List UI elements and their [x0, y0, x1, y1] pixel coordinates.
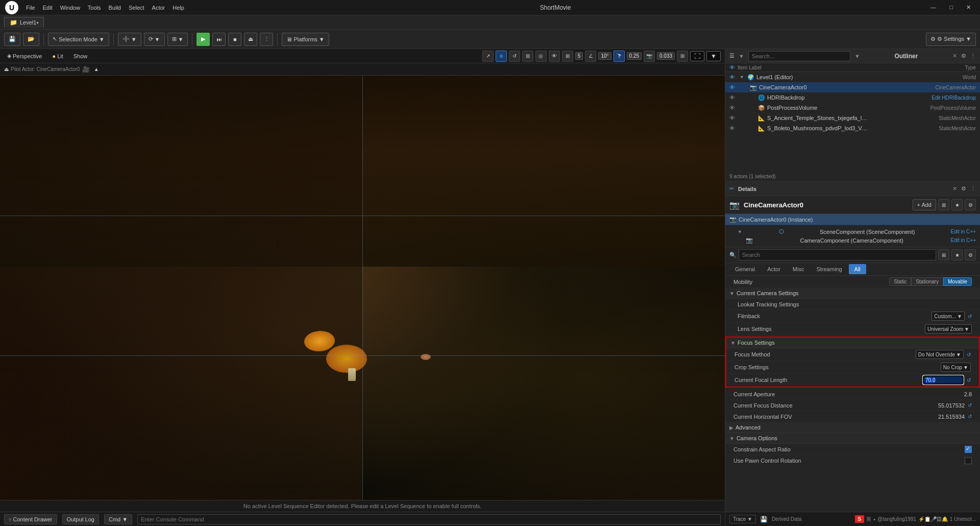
details-settings-icon[interactable]: ⚙	[961, 185, 966, 192]
stationary-button[interactable]: Stationary	[911, 277, 943, 286]
vp-icon-scale[interactable]: ⊞	[522, 51, 533, 62]
static-button[interactable]: Static	[889, 277, 911, 286]
eye-toggle-camera[interactable]: 👁	[729, 84, 738, 90]
outliner-item-hdri[interactable]: 👁 🌐 HDRIBackdrop Edit HDRIBackdrop	[725, 92, 980, 103]
details-star-icon[interactable]: ★	[951, 249, 963, 260]
transform-button[interactable]: ⟳ ▼	[144, 33, 165, 46]
eject-button[interactable]: ⏏	[244, 33, 257, 46]
level-tab[interactable]: 📁 Level1•	[4, 17, 44, 28]
add-button[interactable]: ➕ ▼	[118, 33, 141, 46]
movable-button[interactable]: Movable	[943, 277, 972, 286]
maximize-button[interactable]: □	[945, 3, 957, 12]
options-button[interactable]: ⋮	[260, 33, 273, 46]
lit-button[interactable]: ● Lit	[49, 52, 66, 60]
details-search-input[interactable]	[739, 249, 936, 260]
outliner-item-temple[interactable]: 👁 📐 S_Ancient_Temple_Stones_txjegefa_lod…	[725, 113, 980, 123]
advanced-section[interactable]: ▶ Advanced	[725, 422, 980, 433]
vp-icon-snap-blue[interactable]: ⊕	[496, 51, 507, 62]
tab-actor[interactable]: Actor	[762, 264, 786, 274]
vp-icon-grid[interactable]: ⊞	[562, 51, 573, 62]
menu-select[interactable]: Select	[129, 5, 144, 11]
console-input[interactable]	[137, 514, 721, 524]
constrain-checkbox[interactable]	[965, 446, 972, 453]
camera-component-item[interactable]: 📷 CameraComponent (CameraComponent) Edit…	[742, 236, 980, 245]
filmback-reset[interactable]: ↺	[968, 314, 972, 319]
outliner-item-mushroom[interactable]: 👁 📐 S_Boleto_Mushrooms_pdvdP_lod3_Ver1 S…	[725, 123, 980, 133]
outliner-item-camera[interactable]: 👁 📷 CineCameraActor0 CineCameraActor	[725, 82, 980, 92]
eye-toggle[interactable]: 👁	[729, 74, 738, 80]
eye-toggle-mushroom[interactable]: 👁	[729, 125, 738, 131]
tab-streaming[interactable]: Streaming	[811, 264, 847, 274]
scene-component-item[interactable]: ▼ ⬡ SceneComponent (SceneComponent) Edit…	[733, 227, 980, 236]
focus-distance-reset[interactable]: ↺	[968, 402, 972, 408]
vp-maximize-icon[interactable]: ⛶	[690, 51, 704, 61]
outliner-more-icon[interactable]: ⋮	[970, 53, 976, 59]
vp-icon-camera[interactable]: 📷	[644, 51, 655, 62]
minimize-button[interactable]: —	[926, 3, 940, 12]
vp-settings-arrow[interactable]: ▼	[706, 51, 721, 61]
stop-button[interactable]: ■	[228, 33, 241, 46]
vp-icon-rotate[interactable]: ↺	[509, 51, 520, 62]
menu-window[interactable]: Window	[60, 5, 80, 11]
content-drawer-button[interactable]: ↑ Content Drawer	[4, 514, 57, 524]
instance-bar[interactable]: 📷 CineCameraActor0 (Instance)	[725, 214, 980, 225]
tab-all[interactable]: All	[849, 264, 866, 274]
tab-general[interactable]: General	[729, 264, 761, 274]
outliner-item-ppv[interactable]: 👁 📦 PostProcessVolume PostProcessVolume	[725, 103, 980, 113]
trace-button[interactable]: Trace ▼	[729, 515, 756, 523]
details-layout-icon[interactable]: ⊞	[938, 249, 949, 260]
outliner-settings-icon[interactable]: ⚙	[961, 53, 966, 59]
details-more-icon[interactable]: ⋮	[970, 185, 976, 192]
focus-method-reset[interactable]: ↺	[967, 352, 971, 357]
vp-icon-angle[interactable]: ∠	[585, 51, 596, 62]
filmback-dropdown[interactable]: Custom... ▼	[932, 312, 965, 321]
menu-tools[interactable]: Tools	[88, 5, 101, 11]
pawn-control-checkbox[interactable]	[965, 457, 972, 464]
content-browser-button[interactable]: 📂	[23, 33, 39, 46]
actor-details-icon3[interactable]: ⚙	[965, 199, 976, 210]
eject-pilot-icon[interactable]: ⏏	[4, 66, 9, 72]
hfov-reset[interactable]: ↺	[968, 414, 972, 419]
outliner-search-input[interactable]	[748, 51, 850, 61]
focus-method-dropdown[interactable]: Do Not Override ▼	[916, 350, 964, 359]
skip-button[interactable]: ⏭	[212, 33, 226, 46]
output-log-button[interactable]: Output Log	[62, 514, 99, 524]
camera-up-icon[interactable]: ▲	[94, 66, 99, 72]
add-component-button[interactable]: + Add	[913, 199, 936, 210]
scene-component-link[interactable]: Edit in C++	[950, 229, 975, 234]
settings-button[interactable]: ⚙ ⚙ Settings ▼	[926, 33, 976, 46]
focal-length-reset[interactable]: ↺	[967, 377, 971, 383]
viewport-canvas[interactable]	[0, 76, 725, 500]
actor-details-icon1[interactable]: ⊞	[938, 199, 949, 210]
menu-edit[interactable]: Edit	[43, 5, 53, 11]
platforms-button[interactable]: 🖥 Platforms ▼	[282, 33, 329, 46]
close-button[interactable]: ✕	[962, 3, 975, 12]
eye-toggle-hdri[interactable]: 👁	[729, 94, 738, 101]
outliner-filter-icon[interactable]: ☰	[729, 53, 734, 59]
eye-toggle-temple[interactable]: 👁	[729, 115, 738, 121]
play-button[interactable]: ▶	[197, 33, 210, 46]
details-close-icon[interactable]: ✕	[952, 185, 957, 192]
menu-help[interactable]: Help	[173, 5, 184, 11]
camera-options-section[interactable]: ▼ Camera Options	[725, 433, 980, 444]
tab-misc[interactable]: Misc	[787, 264, 810, 274]
focus-settings-header[interactable]: ▼ Focus Settings	[726, 338, 979, 348]
menu-actor[interactable]: Actor	[152, 5, 165, 11]
details-gear-icon[interactable]: ⚙	[965, 249, 976, 260]
cmd-button[interactable]: Cmd ▼	[104, 514, 132, 524]
vp-icon-grid2[interactable]: ⊞	[677, 51, 688, 62]
outliner-item-level[interactable]: 👁 ▼ 🌍 Level1 (Editor) World	[725, 72, 980, 82]
snap-button[interactable]: ⊞ ▼	[167, 33, 188, 46]
perspective-button[interactable]: ◈ Perspective	[4, 52, 45, 60]
eye-toggle-ppv[interactable]: 👁	[729, 105, 738, 111]
menu-build[interactable]: Build	[109, 5, 121, 11]
vp-icon-cursor[interactable]: ↗	[482, 51, 494, 62]
selection-mode-button[interactable]: ↖ Selection Mode ▼	[48, 33, 109, 46]
lens-dropdown[interactable]: Universal Zoom ▼	[925, 324, 972, 333]
camera-settings-section[interactable]: ▼ Current Camera Settings	[725, 288, 980, 299]
crop-dropdown[interactable]: No Crop ▼	[941, 363, 971, 372]
outliner-filter-arrow[interactable]: ▼	[739, 53, 744, 59]
vp-icon-zoom-blue[interactable]: 🔭	[614, 51, 625, 62]
save-button[interactable]: 💾	[4, 33, 20, 46]
camera-component-link[interactable]: Edit in C++	[951, 237, 976, 243]
